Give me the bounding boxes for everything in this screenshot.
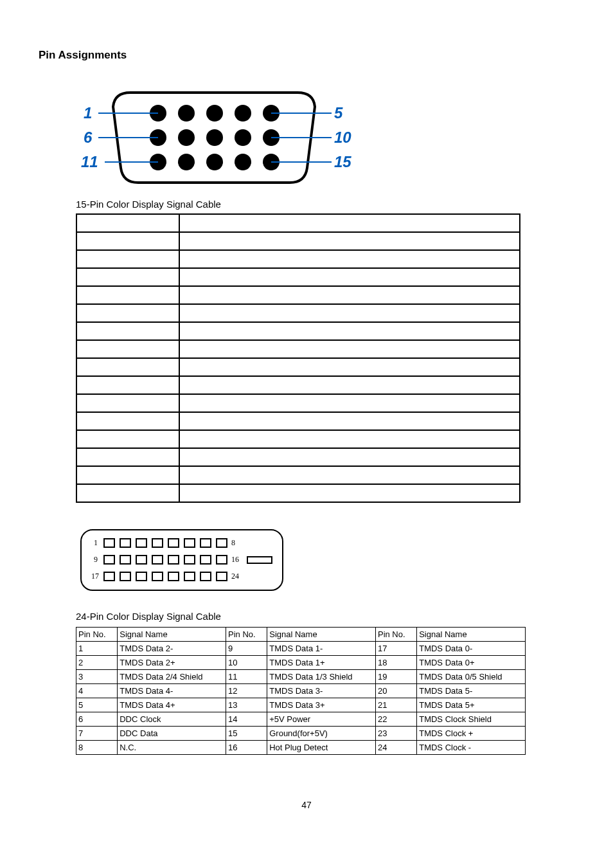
dvi-pin-cell: 20 (375, 684, 416, 698)
vga-pin-label-15: 15 (334, 153, 351, 171)
dvi-signal-cell: TMDS Data 2+ (118, 656, 226, 670)
dvi-pin-label-9: 9 (94, 555, 98, 564)
vga-pin-cell: 6. (76, 322, 179, 340)
svg-point-3 (235, 105, 251, 122)
dvi-pin-cell: 12 (226, 684, 267, 698)
dvi-signal-cell: TMDS Data 0+ (417, 656, 526, 670)
dvi-header-sig-2: Signal Name (267, 628, 376, 642)
vga-desc-cell: R-Ground (179, 322, 520, 340)
svg-rect-40 (136, 572, 147, 581)
dvi-pin-cell: 18 (375, 656, 416, 670)
vga-pin-cell: 8. (76, 358, 179, 376)
dvi-signal-cell: TMDS Clock + (417, 727, 526, 741)
dvi-signal-cell: TMDS Data 2/4 Shield (118, 670, 226, 684)
vga-pin-cell: 3. (76, 268, 179, 286)
vga-desc-cell: Digital Ground (179, 304, 520, 322)
svg-rect-33 (152, 556, 163, 564)
svg-rect-32 (136, 556, 147, 564)
dvi-pin-cell: 19 (375, 670, 416, 684)
dvi-signal-cell: TMDS Data 3+ (267, 698, 376, 712)
dvi-pin-cell: 22 (375, 712, 416, 727)
svg-rect-46 (247, 557, 272, 563)
vga-pin-cell: 7. (76, 340, 179, 358)
dvi-pin-cell: 5 (76, 698, 118, 712)
dvi-pin-label-24: 24 (231, 572, 239, 581)
vga-connector-diagram: 1 6 11 5 10 15 (76, 87, 352, 187)
svg-rect-22 (104, 539, 114, 547)
svg-point-8 (235, 129, 251, 146)
vga-desc-cell: Red (179, 232, 520, 250)
dvi-signal-cell: TMDS Clock Shield (417, 712, 526, 727)
dvi-pin-cell: 6 (76, 712, 118, 727)
dvi-pin-label-1: 1 (94, 538, 98, 547)
vga-pinout-table: PIN NO.DESCRIPTION 1.Red2.Green3.Blue4.M… (76, 213, 520, 503)
vga-pin-cell: 10. (76, 394, 179, 412)
vga-pin-label-10: 10 (334, 129, 351, 147)
vga-desc-cell: Monitor ID Bit 2 (GND) (179, 286, 520, 304)
vga-pin-cell: 5. (76, 304, 179, 322)
vga-desc-cell: B-Ground (179, 358, 520, 376)
dvi-pinout-table: Pin No. Signal Name Pin No. Signal Name … (76, 627, 526, 755)
svg-point-1 (178, 105, 195, 122)
dvi-pin-cell: 4 (76, 684, 118, 698)
vga-desc-cell: G-Ground (179, 340, 520, 358)
svg-rect-36 (200, 556, 211, 564)
dvi-signal-cell: TMDS Data 1+ (267, 656, 376, 670)
svg-point-13 (235, 154, 251, 170)
svg-rect-44 (200, 572, 211, 581)
vga-header-pin: PIN NO. (76, 214, 179, 232)
vga-pin-cell: 4. (76, 286, 179, 304)
dvi-pin-cell: 14 (226, 712, 267, 727)
vga-desc-cell: +5V (179, 376, 520, 394)
dvi-signal-cell: DDC Data (118, 727, 226, 741)
dvi-signal-cell: TMDS Data 4+ (118, 698, 226, 712)
dvi-pin-cell: 17 (375, 642, 416, 656)
vga-pin-label-1: 1 (84, 104, 92, 122)
svg-rect-35 (184, 556, 195, 564)
vga-desc-cell: Green (179, 250, 520, 268)
dvi-pin-cell: 8 (76, 741, 118, 755)
vga-desc-cell: H-Sync (179, 448, 520, 466)
dvi-header-pin-3: Pin No. (375, 628, 416, 642)
vga-desc-cell: Sync-Ground (179, 394, 520, 412)
dvi-pin-cell: 23 (375, 727, 416, 741)
dvi-header-sig-3: Signal Name (417, 628, 526, 642)
vga-pin-label-6: 6 (84, 129, 92, 147)
svg-rect-42 (168, 572, 179, 581)
dvi-signal-cell: Ground(for+5V) (267, 727, 376, 741)
dvi-pin-cell: 21 (375, 698, 416, 712)
vga-pin-cell: 11. (76, 412, 179, 430)
vga-pin-label-5: 5 (334, 104, 342, 122)
vga-header-desc: DESCRIPTION (179, 214, 520, 232)
dvi-signal-cell: TMDS Data 5- (417, 684, 526, 698)
dvi-pin-cell: 24 (375, 741, 416, 755)
vga-table-heading: 15-Pin Color Display Signal Cable (76, 199, 574, 210)
dvi-pin-cell: 16 (226, 741, 267, 755)
dvi-signal-cell: TMDS Data 2- (118, 642, 226, 656)
dvi-pin-cell: 13 (226, 698, 267, 712)
svg-point-7 (206, 129, 223, 146)
svg-point-11 (178, 154, 195, 170)
dvi-signal-cell: TMDS Clock - (417, 741, 526, 755)
vga-pin-cell: 15. (76, 484, 179, 502)
dvi-signal-cell: TMDS Data 1/3 Shield (267, 670, 376, 684)
dvi-header-pin-2: Pin No. (226, 628, 267, 642)
vga-desc-cell: DDC-Serial Data (179, 430, 520, 448)
svg-rect-45 (217, 572, 227, 581)
vga-pin-cell: 13. (76, 448, 179, 466)
dvi-pin-cell: 7 (76, 727, 118, 741)
dvi-signal-cell: N.C. (118, 741, 226, 755)
svg-rect-31 (120, 556, 130, 564)
svg-rect-38 (104, 572, 114, 581)
dvi-connector-diagram: 1 9 17 8 16 24 (76, 525, 574, 598)
dvi-signal-cell: TMDS Data 5+ (417, 698, 526, 712)
dvi-signal-cell: TMDS Data 0/5 Shield (417, 670, 526, 684)
dvi-pin-cell: 3 (76, 670, 118, 684)
svg-rect-41 (152, 572, 163, 581)
vga-pin-cell: 14. (76, 466, 179, 484)
vga-pin-cell: 2. (76, 250, 179, 268)
vga-desc-cell: DDC-Serial Clock (179, 484, 520, 502)
dvi-pin-cell: 2 (76, 656, 118, 670)
vga-desc-cell: Monitor ID Bit 0 (GND) (179, 412, 520, 430)
svg-rect-24 (136, 539, 147, 547)
